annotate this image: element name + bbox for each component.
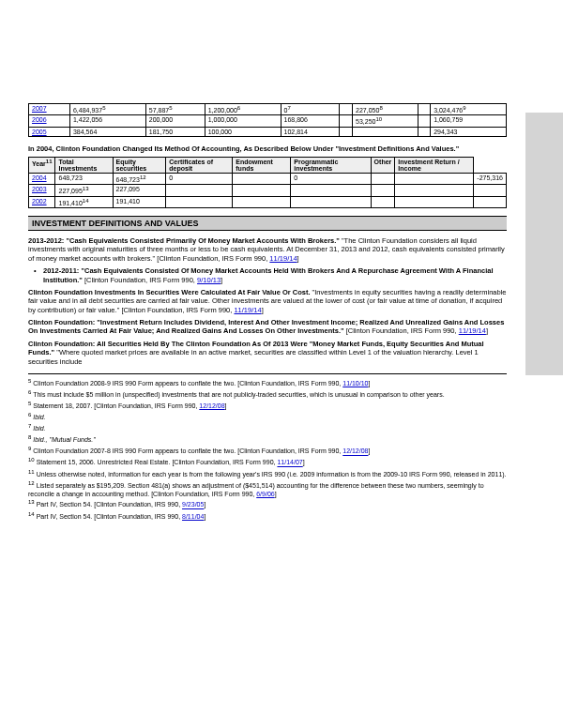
- table-cell: [166, 185, 233, 196]
- table-cell: [233, 185, 291, 196]
- table-cell: 648,723: [55, 174, 113, 185]
- year-link[interactable]: 2007: [32, 105, 47, 112]
- table-header: Year11: [29, 158, 55, 174]
- table-cell: [371, 174, 395, 185]
- table-cell: 191,41014: [55, 196, 113, 207]
- table-cell: 168,806: [281, 115, 340, 127]
- link-990-2013[interactable]: 9/10/13: [197, 276, 221, 284]
- para-level1-securities: Clinton Foundation: All Securities Held …: [28, 340, 507, 366]
- link-fn16[interactable]: 8/11/04: [182, 513, 204, 520]
- caption-accounting-change: In 2004, Clinton Foundation Changed Its …: [28, 144, 507, 153]
- table-cell: 227,095: [113, 185, 166, 196]
- table-cell: [395, 196, 474, 207]
- table-cell: 6,484,9375: [69, 104, 145, 115]
- table-cell: 384,564: [69, 127, 145, 136]
- table-row: 20061,422,056200,0001,000,000168,80653,2…: [29, 115, 507, 127]
- table-cell: [474, 185, 507, 196]
- table-cell: 2002: [29, 196, 55, 207]
- table-cell: [233, 196, 291, 207]
- table-cell: 1,000,000: [205, 115, 281, 127]
- table-header: Endowment funds: [233, 158, 291, 174]
- table-row: 2003227,09513227,095: [29, 185, 507, 196]
- table-cell: 227,09513: [55, 185, 113, 196]
- table-cell: 191,410: [113, 196, 166, 207]
- year-link[interactable]: 2002: [32, 198, 47, 205]
- table-cell: 53,25010: [353, 115, 418, 127]
- table-header: Other: [371, 158, 395, 174]
- footnote-6: 6 This must include $5 million in (unspe…: [28, 389, 507, 400]
- table-cell: 181,750: [145, 127, 205, 136]
- table-cell: [340, 115, 353, 127]
- footnote-14: 12 Listed separately as $195,209. Sectio…: [28, 480, 507, 499]
- table-header: Total Investments: [55, 158, 113, 174]
- para-cash-equiv-2013-2012: 2013-2012: "Cash Equivalents Consisted P…: [28, 236, 507, 263]
- para-investment-return: Clinton Foundation: "Investment Return I…: [28, 318, 507, 336]
- table-row: 2004648,723648,7231200-275,316: [29, 174, 507, 185]
- table-cell: [395, 185, 474, 196]
- footnote-15: 13 Part IV, Section 54. [Clinton Foundat…: [28, 499, 507, 509]
- right-sidebar-stripe: [525, 113, 563, 375]
- table-row: 2002191,41014191,410: [29, 196, 507, 207]
- table-cell: 227,0508: [353, 104, 418, 115]
- table-cell: 100,000: [205, 127, 281, 136]
- link-fn14[interactable]: 6/9/06: [256, 491, 274, 497]
- table-cell: 2007: [29, 104, 70, 115]
- table-cell: 07: [281, 104, 340, 115]
- link-990-2014a[interactable]: 11/19/14: [269, 254, 297, 263]
- year-link[interactable]: 2006: [32, 116, 47, 123]
- table-cell: [291, 196, 371, 207]
- table-cell: [340, 127, 353, 136]
- table-investments-2002-2004: Year11Total InvestmentsEquity securities…: [28, 157, 507, 208]
- link-fn5[interactable]: 11/10/10: [342, 380, 368, 387]
- table-cell: -275,316: [474, 174, 507, 185]
- link-990-2014b[interactable]: 11/19/14: [234, 306, 261, 314]
- link-fn15[interactable]: 9/23/05: [182, 502, 204, 508]
- footnote-13: 11 Unless otherwise noted, information f…: [28, 469, 507, 479]
- table-header: Certificates of deposit: [166, 158, 233, 174]
- link-fn11[interactable]: 12/12/08: [342, 448, 368, 455]
- table-cell: 3,024,4769: [431, 104, 507, 115]
- table-cell: 57,8875: [145, 104, 205, 115]
- table-header: Programmatic investments: [291, 158, 371, 174]
- table-cell: 1,060,759: [431, 115, 507, 127]
- footnote-16: 14 Part IV, Section 54. [Clinton Foundat…: [28, 511, 507, 522]
- table-cell: [371, 185, 395, 196]
- table-cell: [418, 104, 431, 115]
- table-cell: [291, 185, 371, 196]
- footnote-12: 10 Statement 15, 2006. Unrestricted Real…: [28, 457, 507, 467]
- table-cell: [166, 196, 233, 207]
- document-page: 20076,484,937557,88751,200,000607227,050…: [0, 0, 563, 728]
- table-row: 2005384,564181,750100,000102,814294,343: [29, 127, 507, 136]
- table-cell: 648,72312: [113, 174, 166, 185]
- table-cell: 1,422,056: [69, 115, 145, 127]
- table-cell: 2006: [29, 115, 70, 127]
- table-cell: [353, 127, 418, 136]
- footnote-10: 8 Ibid., "Mutual Funds.": [28, 434, 507, 445]
- table-header: Investment Return / Income: [395, 158, 474, 174]
- table-cell: [233, 174, 291, 185]
- year-link[interactable]: 2003: [32, 186, 47, 192]
- table-cell: 0: [166, 174, 233, 185]
- link-990-2014c[interactable]: 11/19/14: [459, 326, 486, 335]
- para-fair-value: Clinton Foundation Investments In Securi…: [28, 288, 507, 314]
- table-investments-2005-2007: 20076,484,937557,88751,200,000607227,050…: [28, 103, 507, 137]
- footnote-8: 6 Ibid.: [28, 412, 507, 422]
- table-cell: 102,814: [281, 127, 340, 136]
- table-cell: 2005: [29, 127, 70, 136]
- document-content: 20076,484,937557,88751,200,000607227,050…: [0, 0, 563, 541]
- table-cell: 1,200,0006: [205, 104, 281, 115]
- footnote-11: 9 Clinton Foundation 2007-8 IRS 990 Form…: [28, 446, 507, 456]
- table-cell: [418, 115, 431, 127]
- table-row: 20076,484,937557,88751,200,000607227,050…: [29, 104, 507, 115]
- footnote-5: 5 Clinton Foundation 2008-9 IRS 990 Form…: [28, 378, 507, 388]
- year-link[interactable]: 2004: [32, 174, 47, 181]
- link-fn7[interactable]: 12/12/08: [199, 402, 224, 409]
- section-header-definitions: INVESTMENT DEFINITIONS AND VALUES: [28, 216, 507, 231]
- table-cell: 294,343: [431, 127, 507, 136]
- table-cell: 2004: [29, 174, 55, 185]
- table-cell: 200,000: [145, 115, 205, 127]
- table-cell: 2003: [29, 185, 55, 196]
- year-link[interactable]: 2005: [32, 129, 47, 135]
- table-cell: [340, 104, 353, 115]
- link-fn12[interactable]: 11/14/07: [277, 460, 302, 466]
